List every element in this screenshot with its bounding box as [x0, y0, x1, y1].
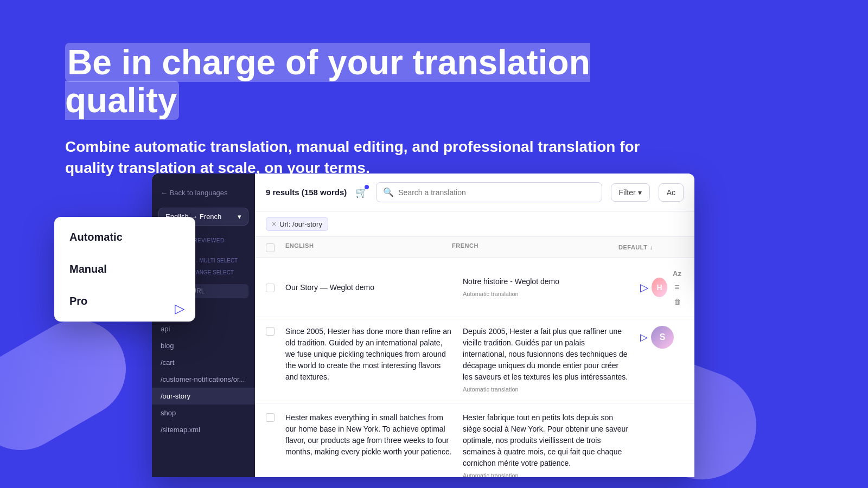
- row-1-actions: ▷ H Az ≡ 🗑: [640, 267, 684, 308]
- sort-icon: ↓: [649, 244, 653, 251]
- row-3-english: Hester makes everything in small batches…: [285, 412, 463, 458]
- row-3-french: Hester fabrique tout en petits lots depu…: [463, 412, 640, 478]
- translation-type-dropdown: Automatic Manual Pro ▷: [54, 217, 195, 322]
- row-1-french: Notre histoire - Weglot demo Automatic t…: [463, 276, 640, 299]
- row-3-checkbox[interactable]: [266, 412, 285, 422]
- row-2-checkbox[interactable]: [266, 326, 285, 336]
- table-header: ENGLISH FRENCH DEFAULT ↓: [255, 237, 694, 258]
- cursor-2-icon: ▷: [640, 331, 648, 343]
- sidebar-item-shop[interactable]: shop: [152, 404, 255, 421]
- row-2-actions: ▷ S: [640, 326, 684, 349]
- table-row: Since 2005, Hester has done more than re…: [255, 317, 694, 403]
- dropdown-item-pro[interactable]: Pro: [54, 285, 195, 317]
- sidebar-item-cart[interactable]: /cart: [152, 354, 255, 371]
- col-header-english: ENGLISH: [285, 242, 452, 252]
- sidebar-item-our-story[interactable]: /our-story: [152, 388, 255, 404]
- row-3-status: Automatic translation: [463, 471, 629, 478]
- row-2-english: Since 2005, Hester has done more than re…: [285, 326, 463, 383]
- delete-action-icon[interactable]: 🗑: [671, 295, 684, 308]
- row-1-english: Our Story — Weglot demo: [285, 282, 463, 293]
- row-1-status: Automatic translation: [463, 290, 629, 299]
- sidebar-item-customer-notifications[interactable]: /customer-notifications/or...: [152, 371, 255, 388]
- row-1-checkbox[interactable]: [266, 282, 285, 292]
- sidebar-item-blog[interactable]: blog: [152, 337, 255, 354]
- translate-action-icon[interactable]: Az: [671, 267, 684, 280]
- table-row: Hester makes everything in small batches…: [255, 403, 694, 478]
- hero-title: Be in charge of your translation quality: [65, 43, 662, 120]
- sidebar-item-api[interactable]: api: [152, 320, 255, 337]
- select-all-checkbox[interactable]: [266, 242, 285, 252]
- hero-subtitle: Combine automatic translation, manual ed…: [65, 136, 662, 178]
- dropdown-item-manual[interactable]: Manual: [54, 253, 195, 285]
- col-header-default[interactable]: DEFAULT ↓: [618, 242, 684, 252]
- row-2-status: Automatic translation: [463, 385, 629, 394]
- col-header-french: FRENCH: [452, 242, 618, 252]
- list-action-icon[interactable]: ≡: [671, 281, 684, 294]
- avatar-1: H: [652, 278, 667, 297]
- avatar-2: S: [651, 326, 674, 349]
- cursor-icon: ▷: [175, 301, 184, 316]
- dropdown-item-automatic[interactable]: Automatic: [54, 221, 195, 253]
- row-2-french: Depuis 2005, Hester a fait plus que raff…: [463, 326, 640, 394]
- table-row: Our Story — Weglot demo Notre histoire -…: [255, 258, 694, 317]
- sidebar-item-sitemap[interactable]: /sitemap.xml: [152, 421, 255, 438]
- cursor-1-icon: ▷: [640, 281, 648, 294]
